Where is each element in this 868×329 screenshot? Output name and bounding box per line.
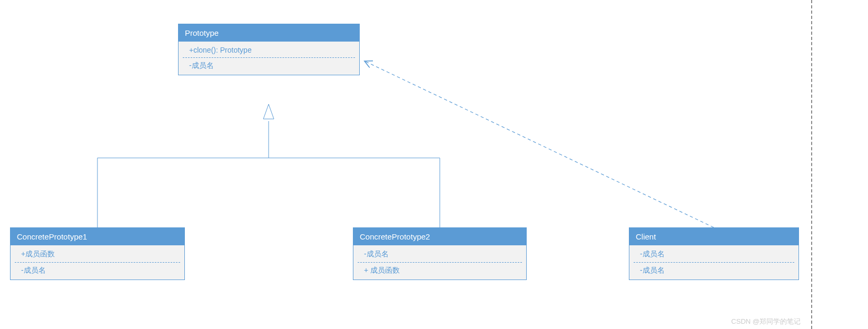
class-body-client: -成员名 -成员名 [629, 245, 798, 280]
class-member: -成员名 [634, 246, 794, 263]
class-header-concrete1: ConcretePrototype1 [11, 228, 184, 245]
page-divider [811, 0, 812, 329]
class-client: Client -成员名 -成员名 [629, 227, 799, 280]
watermark: CSDN @郑同学的笔记 [731, 317, 801, 326]
class-member: -成员名 [183, 58, 355, 74]
class-prototype: Prototype +clone(): Prototype -成员名 [178, 24, 360, 75]
class-header-client: Client [629, 228, 798, 245]
class-header-concrete2: ConcretePrototype2 [353, 228, 526, 245]
class-member: -成员名 [15, 263, 180, 278]
class-header-prototype: Prototype [179, 24, 359, 42]
class-member: + 成员函数 [358, 263, 522, 278]
class-member: -成员名 [634, 263, 794, 278]
class-member: +clone(): Prototype [183, 43, 355, 58]
class-member: +成员函数 [15, 246, 180, 263]
class-body-prototype: +clone(): Prototype -成员名 [179, 42, 359, 75]
class-concrete1: ConcretePrototype1 +成员函数 -成员名 [10, 227, 185, 280]
class-concrete2: ConcretePrototype2 -成员名 + 成员函数 [353, 227, 527, 280]
generalization-arrow-icon [263, 104, 274, 119]
class-body-concrete2: -成员名 + 成员函数 [353, 245, 526, 280]
class-body-concrete1: +成员函数 -成员名 [11, 245, 184, 280]
class-member: -成员名 [358, 246, 522, 263]
dependency-line [364, 61, 714, 227]
